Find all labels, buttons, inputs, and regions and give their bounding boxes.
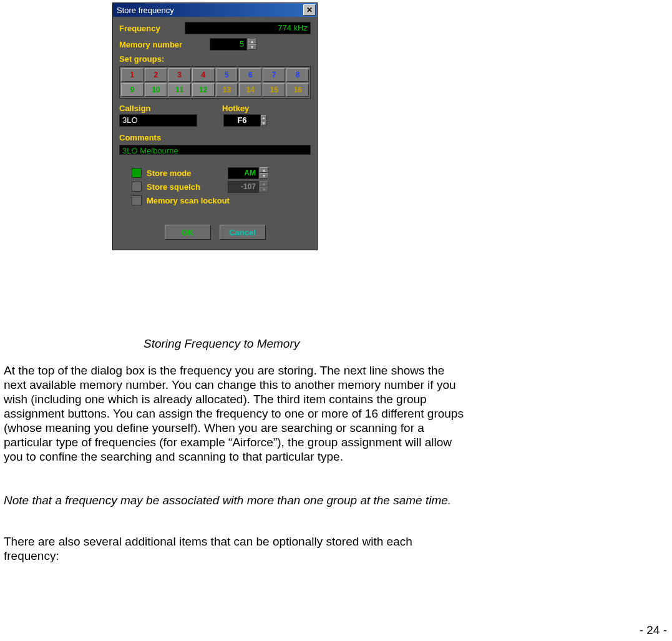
- hotkey-label: Hotkey: [222, 104, 249, 113]
- frequency-value: 774 kHz: [185, 22, 311, 34]
- store-mode-label: Store mode: [147, 169, 228, 178]
- group-button-8[interactable]: 8: [286, 68, 309, 82]
- figure-caption: Storing Frequency to Memory: [144, 337, 299, 351]
- ok-button[interactable]: OK: [165, 225, 211, 240]
- memory-scan-lockout-label: Memory scan lockout: [147, 196, 230, 205]
- chevron-up-icon[interactable]: ▲: [260, 167, 268, 173]
- store-squelch-value: -107: [228, 181, 259, 193]
- chevron-up-icon[interactable]: ▲: [260, 181, 268, 187]
- comments-label: Comments: [119, 133, 311, 142]
- page-number: - 24 -: [640, 624, 667, 637]
- callsign-label: Callsign: [119, 104, 222, 113]
- store-frequency-dialog: Store frequency ✕ Frequency 774 kHz Memo…: [112, 2, 318, 250]
- close-button[interactable]: ✕: [303, 4, 316, 16]
- group-button-14[interactable]: 14: [239, 83, 261, 97]
- chevron-up-icon[interactable]: ▲: [248, 39, 256, 44]
- store-squelch-label: Store squelch: [147, 182, 228, 192]
- close-icon: ✕: [306, 6, 313, 14]
- memory-number-input[interactable]: 5: [210, 38, 247, 51]
- chevron-down-icon[interactable]: ▼: [261, 120, 266, 126]
- store-mode-checkbox[interactable]: [132, 168, 142, 178]
- chevron-down-icon[interactable]: ▼: [260, 173, 268, 179]
- group-button-2[interactable]: 2: [145, 68, 167, 82]
- comments-input[interactable]: 3LO Melbourne: [119, 145, 311, 155]
- group-button-10[interactable]: 10: [145, 83, 167, 97]
- store-squelch-spinner[interactable]: ▲ ▼: [260, 181, 268, 192]
- hotkey-input[interactable]: F6: [223, 114, 261, 127]
- group-button-3[interactable]: 3: [168, 68, 191, 82]
- group-button-13[interactable]: 13: [216, 83, 238, 97]
- group-button-16[interactable]: 16: [286, 83, 309, 97]
- group-button-1[interactable]: 1: [121, 68, 144, 82]
- hotkey-spinner[interactable]: ▲ ▼: [261, 115, 266, 126]
- paragraph-1: At the top of the dialog box is the freq…: [4, 363, 465, 464]
- frequency-label: Frequency: [119, 24, 178, 33]
- set-groups-label: Set groups:: [119, 54, 311, 64]
- store-mode-spinner[interactable]: ▲ ▼: [260, 167, 268, 179]
- titlebar: Store frequency ✕: [113, 3, 317, 17]
- chevron-up-icon[interactable]: ▲: [261, 115, 266, 120]
- paragraph-3: There are also several additional items …: [4, 534, 465, 563]
- group-button-9[interactable]: 9: [121, 83, 144, 97]
- callsign-input[interactable]: 3LO: [119, 114, 197, 127]
- chevron-down-icon[interactable]: ▼: [260, 187, 268, 192]
- chevron-down-icon[interactable]: ▼: [248, 44, 256, 50]
- store-squelch-checkbox[interactable]: [132, 182, 142, 192]
- cancel-button[interactable]: Cancel: [220, 225, 266, 240]
- group-button-7[interactable]: 7: [263, 68, 285, 82]
- group-button-4[interactable]: 4: [192, 68, 215, 82]
- paragraph-2-note: Note that a frequency may be associated …: [4, 493, 465, 507]
- memory-number-label: Memory number: [119, 40, 203, 49]
- group-button-11[interactable]: 11: [168, 83, 191, 97]
- memory-spinner[interactable]: ▲ ▼: [248, 39, 256, 50]
- group-button-6[interactable]: 6: [239, 68, 261, 82]
- group-button-15[interactable]: 15: [263, 83, 285, 97]
- memory-scan-lockout-checkbox[interactable]: [132, 195, 142, 205]
- group-button-5[interactable]: 5: [216, 68, 238, 82]
- group-grid: 12345678910111213141516: [119, 66, 311, 99]
- store-mode-value[interactable]: AM: [228, 167, 259, 179]
- group-button-12[interactable]: 12: [192, 83, 215, 97]
- window-title: Store frequency: [117, 6, 174, 15]
